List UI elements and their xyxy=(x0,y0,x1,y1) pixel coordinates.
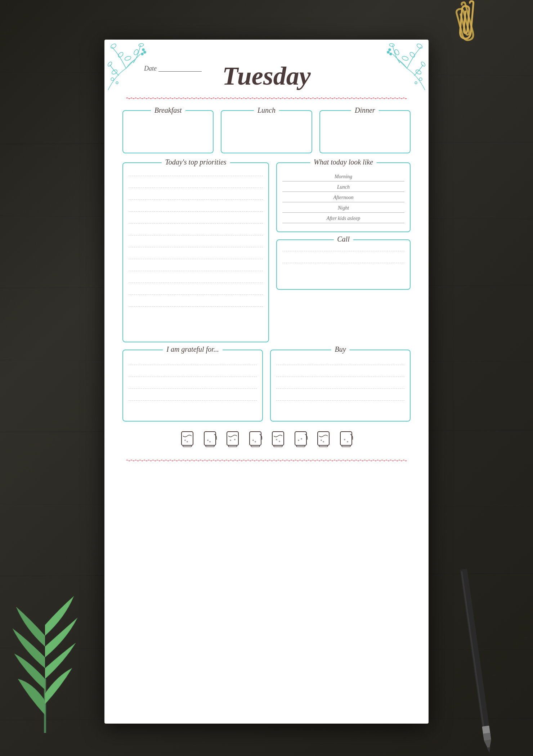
svg-rect-52 xyxy=(228,445,237,447)
dinner-box: Dinner xyxy=(319,110,411,153)
svg-rect-68 xyxy=(319,445,328,447)
buy-line-2 xyxy=(276,377,404,377)
svg-rect-14 xyxy=(483,733,491,741)
water-cup-6 xyxy=(292,429,309,450)
svg-point-47 xyxy=(209,441,211,442)
right-column: What today look like Morning Lunch After… xyxy=(276,162,411,342)
svg-point-22 xyxy=(107,61,112,67)
svg-rect-45 xyxy=(204,432,216,445)
svg-point-59 xyxy=(279,441,280,442)
time-slots: Morning Lunch Afternoon Night xyxy=(282,174,404,223)
lunch-line xyxy=(282,192,404,192)
lunch-time-label: Lunch xyxy=(282,184,404,190)
svg-point-43 xyxy=(187,441,188,442)
priority-line-3 xyxy=(129,199,263,200)
night-label: Night xyxy=(282,205,404,211)
call-box: Call xyxy=(276,239,411,290)
buy-line-4 xyxy=(276,400,404,401)
header: Date Tuesday xyxy=(122,54,411,91)
svg-point-26 xyxy=(142,49,144,51)
svg-point-21 xyxy=(138,43,144,47)
water-cup-5 xyxy=(269,429,287,450)
grateful-lines xyxy=(129,365,257,401)
priority-line-9 xyxy=(129,271,263,271)
grateful-line-3 xyxy=(129,388,257,389)
svg-rect-69 xyxy=(340,432,352,445)
buy-box: Buy xyxy=(270,350,411,422)
svg-point-51 xyxy=(234,439,236,440)
svg-point-37 xyxy=(387,51,389,53)
after-kids-section: After kids asleep xyxy=(282,216,404,223)
grateful-label: I am grateful for... xyxy=(163,345,223,354)
main-section: Today's top priorities What today look xyxy=(122,162,411,342)
svg-point-54 xyxy=(252,440,254,441)
svg-point-50 xyxy=(230,440,231,441)
svg-point-38 xyxy=(389,49,391,51)
priority-line-5 xyxy=(129,223,263,224)
grateful-box: I am grateful for... xyxy=(122,350,263,422)
morning-line xyxy=(282,181,404,181)
priorities-box: Today's top priorities xyxy=(122,162,269,342)
svg-rect-53 xyxy=(250,432,261,445)
afternoon-label: Afternoon xyxy=(282,195,404,201)
dinner-label: Dinner xyxy=(351,106,379,114)
breakfast-label: Breakfast xyxy=(151,106,185,114)
night-line xyxy=(282,212,404,213)
call-label: Call xyxy=(333,235,353,243)
buy-line-1 xyxy=(276,365,404,365)
svg-point-25 xyxy=(144,51,146,53)
svg-rect-64 xyxy=(296,445,305,447)
svg-rect-56 xyxy=(251,445,260,447)
priorities-label: Today's top priorities xyxy=(161,158,230,166)
today-label: What today look like xyxy=(310,158,377,166)
today-box: What today look like Morning Lunch After… xyxy=(276,162,411,232)
priority-line-6 xyxy=(129,235,263,235)
grateful-line-2 xyxy=(129,377,257,377)
svg-point-55 xyxy=(255,441,256,442)
water-tracker xyxy=(122,429,411,450)
afternoon-section: Afternoon xyxy=(282,195,404,202)
priority-line-1 xyxy=(129,176,263,176)
svg-point-40 xyxy=(415,82,417,84)
priority-line-11 xyxy=(129,294,263,295)
bottom-section: I am grateful for... Buy xyxy=(122,350,411,422)
svg-point-17 xyxy=(110,43,117,49)
priority-line-10 xyxy=(129,283,263,283)
after-kids-label: After kids asleep xyxy=(282,216,404,221)
decorative-border-bottom xyxy=(122,457,411,466)
buy-label: Buy xyxy=(331,345,349,354)
svg-rect-44 xyxy=(183,445,192,447)
night-section: Night xyxy=(282,205,404,213)
date-label: Date xyxy=(144,65,202,72)
water-cup-7 xyxy=(315,429,332,450)
svg-rect-61 xyxy=(295,432,306,445)
breakfast-box: Breakfast xyxy=(122,110,214,153)
water-cup-3 xyxy=(224,429,241,450)
priority-line-2 xyxy=(129,188,263,188)
svg-point-70 xyxy=(344,439,345,440)
priority-line-7 xyxy=(129,247,263,247)
call-line-1 xyxy=(282,251,404,251)
svg-rect-57 xyxy=(272,432,284,445)
grateful-line-1 xyxy=(129,365,257,365)
priority-line-12 xyxy=(129,306,263,307)
meal-section: Breakfast Lunch Dinner xyxy=(122,110,411,153)
svg-point-29 xyxy=(416,43,423,49)
svg-point-71 xyxy=(347,441,348,442)
svg-point-42 xyxy=(184,440,186,441)
svg-point-35 xyxy=(415,69,422,75)
lunch-box: Lunch xyxy=(221,110,312,153)
call-lines xyxy=(282,251,404,263)
svg-point-28 xyxy=(116,82,118,84)
priority-lines xyxy=(129,176,263,307)
svg-point-34 xyxy=(420,61,426,67)
svg-rect-60 xyxy=(274,445,282,447)
svg-point-46 xyxy=(207,440,209,441)
svg-rect-49 xyxy=(227,432,238,445)
priority-line-8 xyxy=(129,259,263,259)
water-cup-1 xyxy=(179,429,196,450)
lunch-section: Lunch xyxy=(282,184,404,192)
svg-point-33 xyxy=(389,43,394,47)
svg-point-23 xyxy=(111,69,118,75)
svg-point-63 xyxy=(301,438,302,440)
